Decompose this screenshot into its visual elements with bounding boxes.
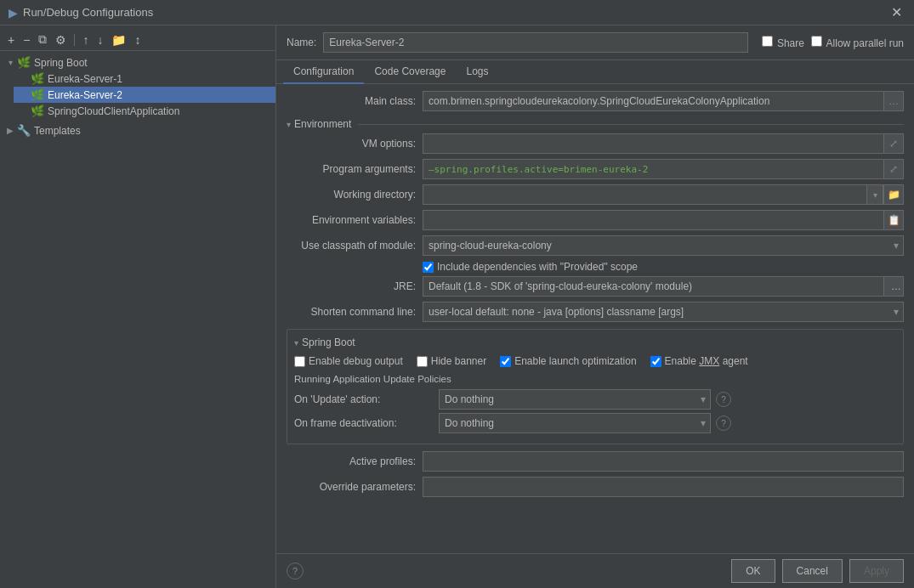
spring-boot-icon: 🌿 — [17, 56, 31, 69]
copy-config-button[interactable]: ⧉ — [36, 31, 49, 48]
allow-parallel-checkbox[interactable] — [811, 36, 822, 47]
active-profiles-input[interactable] — [423, 451, 904, 472]
override-params-row: Override parameters: — [287, 477, 904, 497]
eureka-server-2-label: Eureka-Server-2 — [48, 89, 122, 101]
working-dir-dropdown[interactable]: ▾ — [866, 184, 883, 205]
enable-launch-label: Enable launch optimization — [514, 355, 636, 367]
templates-arrow: ▶ — [3, 126, 17, 135]
update-action-help[interactable]: ? — [716, 392, 731, 407]
shorten-cmd-select[interactable]: user-local default: none - java [options… — [423, 302, 904, 322]
tabs-bar: Configuration Code Coverage Logs — [276, 60, 914, 84]
shorten-cmd-row: Shorten command line: user-local default… — [287, 302, 904, 322]
jre-row: JRE: Default (1.8 - SDK of 'spring-cloud… — [287, 276, 904, 297]
config-tree: ▾ 🌿 Spring Boot 🌿 Eureka-Server-1 🌿 Eure… — [0, 51, 275, 142]
program-args-input[interactable] — [423, 159, 904, 179]
vm-options-input[interactable] — [423, 133, 904, 154]
ok-button[interactable]: OK — [731, 559, 775, 583]
frame-deactivation-row: On frame deactivation: Do nothing Update… — [294, 413, 896, 433]
move-down-button[interactable]: ↓ — [94, 32, 105, 48]
enable-jmx-checkbox[interactable] — [650, 356, 661, 367]
jre-label: JRE: — [287, 280, 423, 292]
update-action-select[interactable]: Do nothing Update classes and resources … — [439, 389, 711, 410]
working-dir-label: Working directory: — [287, 189, 423, 201]
help-button[interactable]: ? — [287, 563, 304, 580]
folder-button[interactable]: 📁 — [109, 32, 128, 48]
enable-launch-checkbox[interactable] — [500, 356, 511, 367]
config-icon-1: 🌿 — [31, 72, 44, 85]
main-class-expand-button[interactable]: … — [883, 91, 904, 111]
override-params-label: Override parameters: — [287, 481, 423, 493]
env-vars-input[interactable] — [423, 210, 904, 230]
classpath-wrapper: spring-cloud-eureka-colony ▾ — [423, 235, 904, 256]
settings-button[interactable]: ⚙ — [53, 32, 69, 48]
cancel-button[interactable]: Cancel — [782, 559, 843, 583]
jre-select[interactable]: Default (1.8 - SDK of 'spring-cloud-eure… — [423, 276, 904, 297]
config-icon-2: 🌿 — [31, 88, 44, 101]
main-class-label: Main class: — [287, 95, 423, 107]
enable-launch-item: Enable launch optimization — [500, 355, 636, 367]
tab-logs[interactable]: Logs — [456, 60, 498, 84]
update-action-wrapper: Do nothing Update classes and resources … — [439, 389, 711, 410]
jre-extra-button[interactable]: … — [883, 276, 904, 297]
tree-group-spring-boot[interactable]: ▾ 🌿 Spring Boot — [0, 54, 275, 71]
add-config-button[interactable]: + — [5, 32, 17, 48]
bottom-right: OK Cancel Apply — [731, 559, 904, 583]
name-row: Name: Share Allow parallel run — [276, 25, 914, 60]
left-panel: + − ⧉ ⚙ ↑ ↓ 📁 ↕ ▾ 🌿 Spring Boot — [0, 25, 276, 588]
frame-deactivation-help[interactable]: ? — [716, 416, 731, 431]
dialog-title: Run/Debug Configurations — [23, 6, 888, 19]
enable-jmx-item: Enable JMX agent — [650, 355, 748, 367]
apply-button[interactable]: Apply — [849, 559, 904, 583]
right-panel: Name: Share Allow parallel run Configura… — [276, 25, 914, 588]
tree-group-templates[interactable]: ▶ 🔧 Templates — [0, 122, 275, 139]
tree-item-spring-cloud-client[interactable]: 🌿 SpringCloudClientApplication — [14, 103, 275, 119]
toolbar: + − ⧉ ⚙ ↑ ↓ 📁 ↕ — [0, 29, 275, 51]
include-deps-checkbox[interactable] — [423, 262, 434, 273]
program-args-row: Program arguments: ⤢ — [287, 159, 904, 179]
remove-config-button[interactable]: − — [20, 32, 32, 48]
hide-banner-checkbox[interactable] — [417, 356, 428, 367]
vm-options-label: VM options: — [287, 138, 423, 150]
env-vars-browse[interactable]: 📋 — [883, 210, 904, 230]
vm-options-row: VM options: ⤢ — [287, 133, 904, 154]
config-icon-3: 🌿 — [31, 105, 44, 117]
sort-button[interactable]: ↕ — [132, 32, 143, 48]
frame-deactivation-select[interactable]: Do nothing Update classes and resources … — [439, 413, 711, 433]
main-class-input[interactable] — [423, 91, 904, 111]
active-profiles-row: Active profiles: — [287, 451, 904, 472]
working-dir-wrapper: ▾ 📁 — [423, 184, 904, 205]
enable-jmx-label: Enable JMX agent — [665, 355, 748, 367]
tab-configuration[interactable]: Configuration — [283, 60, 364, 84]
main-class-row: Main class: … — [287, 91, 904, 111]
enable-debug-item: Enable debug output — [294, 355, 403, 367]
templates-label: Templates — [34, 125, 81, 137]
name-label: Name: — [287, 37, 316, 48]
close-button[interactable]: ✕ — [888, 4, 905, 20]
environment-label: Environment — [294, 118, 351, 130]
working-dir-browse[interactable]: 📁 — [883, 184, 904, 205]
tree-item-eureka-server-2[interactable]: 🌿 Eureka-Server-2 — [14, 87, 275, 103]
vm-expand-button[interactable]: ⤢ — [883, 133, 904, 154]
jre-wrapper: Default (1.8 - SDK of 'spring-cloud-eure… — [423, 276, 904, 297]
update-action-label: On 'Update' action: — [294, 393, 439, 405]
spring-cloud-client-label: SpringCloudClientApplication — [48, 105, 179, 117]
program-args-label: Program arguments: — [287, 163, 423, 175]
args-expand-button[interactable]: ⤢ — [883, 159, 904, 179]
hide-banner-item: Hide banner — [417, 355, 486, 367]
working-dir-input[interactable] — [423, 184, 904, 205]
frame-deactivation-label: On frame deactivation: — [294, 417, 439, 429]
classpath-select[interactable]: spring-cloud-eureka-colony — [423, 235, 904, 256]
name-input[interactable] — [323, 32, 747, 53]
include-deps-row: Include dependencies with "Provided" sco… — [423, 261, 904, 273]
enable-debug-checkbox[interactable] — [294, 356, 305, 367]
tree-item-eureka-server-1[interactable]: 🌿 Eureka-Server-1 — [14, 71, 275, 87]
spring-boot-section: ▾ Spring Boot Enable debug output Hide b… — [287, 329, 904, 444]
move-up-button[interactable]: ↑ — [80, 32, 91, 48]
spring-boot-section-title: ▾ Spring Boot — [294, 336, 896, 348]
tab-code-coverage[interactable]: Code Coverage — [364, 60, 456, 84]
enable-debug-label: Enable debug output — [309, 355, 403, 367]
active-profiles-label: Active profiles: — [287, 455, 423, 467]
spring-boot-group-label: Spring Boot — [34, 57, 88, 69]
share-checkbox[interactable] — [762, 36, 773, 47]
templates-icon: 🔧 — [17, 124, 31, 137]
